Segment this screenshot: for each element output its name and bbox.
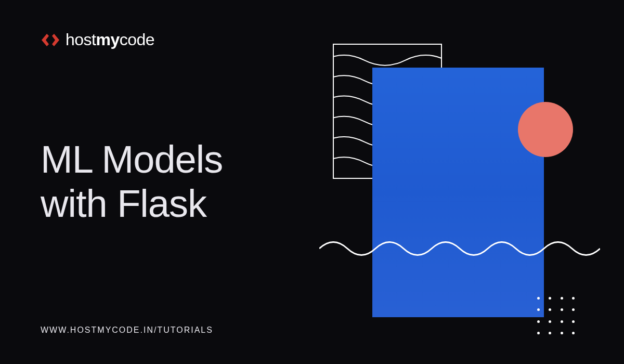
brand-part-2: my <box>96 30 119 49</box>
coral-circle <box>518 102 573 157</box>
dot-grid-decoration <box>532 292 579 339</box>
sine-wave-icon <box>319 233 600 264</box>
blue-rectangle <box>372 68 544 317</box>
page-title: ML Models with Flask <box>41 137 223 226</box>
footer-url: WWW.HOSTMYCODE.IN/TUTORIALS <box>41 326 213 335</box>
brand-part-1: host <box>66 30 96 49</box>
title-line-1: ML Models <box>41 138 223 181</box>
title-line-2: with Flask <box>41 182 206 225</box>
brand-part-3: code <box>120 30 154 49</box>
brand-name: hostmycode <box>66 30 154 49</box>
logo-chevrons-icon <box>41 32 60 48</box>
brand-logo: hostmycode <box>41 30 154 49</box>
